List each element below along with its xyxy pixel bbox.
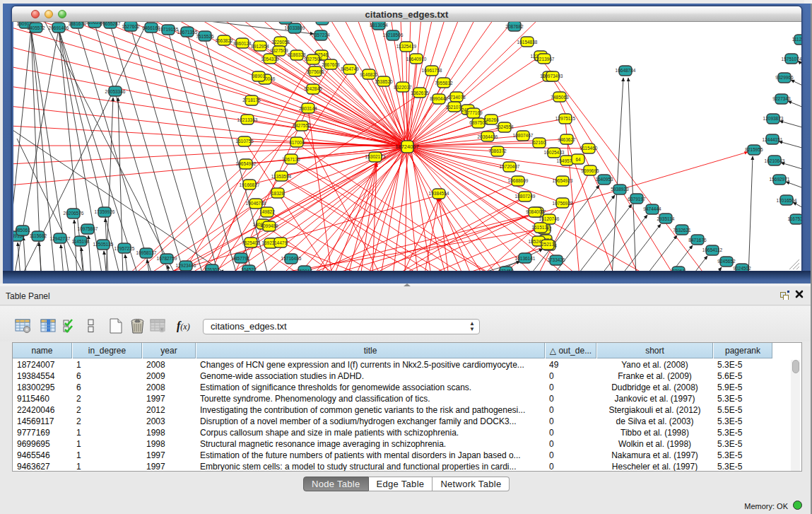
svg-text:1615132: 1615132 [531,225,550,230]
svg-text:8471676: 8471676 [688,238,707,243]
svg-text:1112846: 1112846 [792,37,810,42]
svg-text:2803144: 2803144 [299,106,317,111]
svg-text:19654982: 19654982 [236,161,257,166]
svg-text:12444151: 12444151 [763,137,783,142]
svg-text:9777169: 9777169 [464,110,483,115]
svg-text:16033809: 16033809 [285,25,305,30]
svg-text:2718176: 2718176 [242,98,261,103]
svg-text:12975115: 12975115 [555,116,576,121]
svg-text:10719155: 10719155 [158,27,179,32]
svg-text:9115460: 9115460 [580,146,598,151]
svg-text:417004: 417004 [289,140,305,145]
svg-text:104522: 104522 [241,267,257,272]
svg-text:6379197: 6379197 [628,197,646,201]
svg-text:20206576: 20206576 [64,211,84,216]
svg-text:20053346: 20053346 [105,89,126,94]
svg-text:2867608: 2867608 [322,62,340,67]
svg-text:16210643: 16210643 [765,158,785,163]
svg-text:1610755: 1610755 [235,139,254,144]
svg-text:19218506: 19218506 [383,33,404,37]
svg-text:62160: 62160 [533,140,546,145]
svg-text:9327509: 9327509 [270,48,288,53]
svg-text:8427552: 8427552 [293,123,311,128]
svg-text:8186328: 8186328 [288,52,306,57]
svg-text:7625402: 7625402 [242,240,260,245]
svg-text:14479: 14479 [274,240,287,245]
svg-text:16154838: 16154838 [517,40,538,45]
svg-text:7485063: 7485063 [551,95,569,100]
svg-text:10756928: 10756928 [553,201,573,206]
svg-text:8912954: 8912954 [251,44,269,49]
svg-text:9084007: 9084007 [526,209,544,214]
svg-text:83124: 83124 [316,17,329,22]
svg-text:1527602: 1527602 [122,24,140,29]
svg-text:2935114: 2935114 [657,216,675,221]
svg-text:1145194: 1145194 [72,239,90,244]
svg-text:98901: 98901 [252,74,265,78]
svg-text:4099489: 4099489 [260,223,278,228]
svg-text:87961: 87961 [672,269,685,274]
svg-text:10975867: 10975867 [78,226,98,231]
svg-text:7955812: 7955812 [435,81,453,86]
svg-text:18328: 18328 [271,191,284,196]
svg-text:9242845: 9242845 [304,86,322,91]
svg-text:16782759: 16782759 [157,256,177,261]
svg-text:1405572: 1405572 [27,25,45,30]
svg-text:1733426: 1733426 [547,257,565,262]
svg-text:10671355: 10671355 [177,30,198,35]
svg-text:2087682: 2087682 [505,24,524,29]
svg-text:8990448: 8990448 [430,96,448,101]
svg-text:12213967: 12213967 [534,57,555,62]
svg-text:1054339: 1054339 [261,57,279,62]
svg-text:19654923: 19654923 [553,178,573,183]
svg-text:7386372: 7386372 [488,148,507,153]
svg-text:1115682: 1115682 [30,233,47,238]
svg-text:9227343: 9227343 [772,96,791,101]
svg-text:17016504: 17016504 [777,198,797,203]
svg-text:3375685: 3375685 [306,69,324,74]
svg-text:10688609: 10688609 [508,178,529,183]
svg-text:1640953: 1640953 [595,177,613,182]
svg-text:10807467: 10807467 [513,133,534,138]
svg-text:8860124: 8860124 [233,41,252,46]
svg-text:210975: 210975 [278,17,293,22]
svg-text:15720407: 15720407 [500,164,520,169]
svg-text:876301: 876301 [204,267,220,272]
svg-text:19384554: 19384554 [429,191,449,196]
svg-text:15136141: 15136141 [515,256,536,261]
svg-text:3267130: 3267130 [282,157,300,162]
svg-text:16961758: 16961758 [422,68,442,73]
svg-text:9474444: 9474444 [643,206,661,211]
svg-text:18807249: 18807249 [515,194,536,199]
svg-text:15692971: 15692971 [770,177,790,182]
svg-text:7357224: 7357224 [312,33,330,37]
svg-text:10654112: 10654112 [702,247,723,252]
svg-text:12093873: 12093873 [763,116,784,121]
svg-text:985061: 985061 [15,228,30,233]
svg-text:5938923: 5938923 [611,187,629,192]
svg-text:6897505: 6897505 [469,120,488,125]
svg-text:64: 64 [575,157,581,162]
svg-text:9327508: 9327508 [304,57,322,62]
svg-text:7632621: 7632621 [673,228,691,233]
svg-text:15751074: 15751074 [782,57,802,62]
svg-text:9146821: 9146821 [360,72,378,77]
svg-text:12942737: 12942737 [50,236,71,241]
svg-text:3226058: 3226058 [271,40,290,45]
svg-text:15716485: 15716485 [281,256,302,261]
svg-text:1362615: 1362615 [411,90,429,95]
svg-text:10655287: 10655287 [100,21,121,26]
svg-text:20691406: 20691406 [49,25,69,30]
svg-text:9245652: 9245652 [717,259,736,264]
svg-text:3624554: 3624554 [495,124,514,129]
svg-text:10973493: 10973493 [543,74,563,78]
svg-text:10046788: 10046788 [246,201,266,206]
svg-text:12923446: 12923446 [176,263,196,268]
svg-text:760944: 760944 [297,269,312,274]
svg-text:12505135: 12505135 [93,242,114,247]
svg-text:1167533: 1167533 [788,216,806,221]
svg-text:10958137: 10958137 [136,250,157,255]
svg-text:16648784: 16648784 [616,68,636,73]
svg-text:1538520: 1538520 [375,79,393,84]
svg-text:149822: 149822 [259,209,275,214]
